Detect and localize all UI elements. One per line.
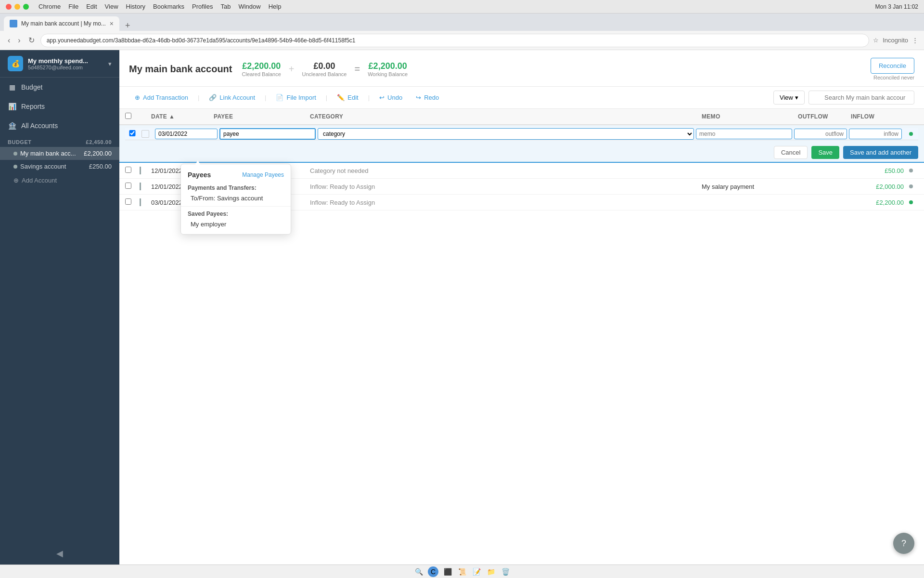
refresh-button[interactable]: ↻ (26, 34, 37, 47)
header-memo[interactable]: MEMO (702, 113, 798, 120)
payees-item-savings-transfer[interactable]: To/From: Savings account (181, 192, 291, 204)
row2-checkbox[interactable] (125, 183, 131, 189)
file-import-button[interactable]: 📄 File Import (270, 91, 321, 104)
new-tab-button[interactable]: + (123, 21, 132, 31)
sidebar-brand[interactable]: 💰 My monthly spend... 5d485270@uifeed.co… (0, 50, 119, 78)
dock-finder-icon[interactable]: 🔍 (413, 566, 424, 577)
outflow-input[interactable] (794, 129, 847, 139)
toolbar-sep-2: | (265, 94, 266, 101)
table-header: DATE ▲ PAYEE CATEGORY MEMO OUTFLOW INFLO… (119, 109, 924, 125)
menu-history[interactable]: History (126, 3, 145, 10)
add-account-button[interactable]: ⊕ Add Account (0, 173, 119, 188)
outflow-header-label: OUTFLOW (798, 113, 828, 120)
dock-text-icon[interactable]: 📝 (471, 566, 482, 577)
close-window-button[interactable] (6, 4, 12, 10)
bookmark-icon[interactable]: ☆ (873, 37, 879, 44)
header-inflow[interactable]: INFLOW (851, 113, 904, 120)
url-text: app.youneedabudget.com/3a8bbdae-d62a-46d… (47, 37, 356, 44)
row3-checkbox[interactable] (125, 198, 131, 205)
edit-date-cell[interactable] (155, 129, 218, 139)
forward-button[interactable]: › (16, 34, 22, 47)
cancel-button[interactable]: Cancel (774, 146, 808, 159)
address-bar[interactable]: app.youneedabudget.com/3a8bbdae-d62a-46d… (40, 34, 870, 47)
row3-status-icon[interactable] (909, 200, 913, 204)
row1-status-icon[interactable] (909, 169, 913, 172)
add-transaction-button[interactable]: ⊕ Add Transaction (129, 91, 194, 104)
sidebar-account-savings[interactable]: Savings account £250.00 (0, 160, 119, 173)
header-date[interactable]: DATE ▲ (151, 113, 214, 120)
dock-chrome-icon[interactable]: C (428, 566, 438, 577)
menu-window[interactable]: Window (238, 3, 260, 10)
help-button[interactable]: ? (893, 533, 914, 554)
manage-payees-link[interactable]: Manage Payees (242, 171, 284, 178)
sidebar-collapse-button[interactable]: ◀ (56, 548, 63, 559)
select-all-checkbox[interactable] (125, 113, 131, 119)
menu-profiles[interactable]: Profiles (192, 3, 213, 10)
dock-terminal-icon[interactable]: ⬛ (442, 566, 453, 577)
sidebar-section-budget[interactable]: BUDGET £2,450.00 (0, 135, 119, 147)
inflow-header-label: INFLOW (851, 113, 874, 120)
undo-button[interactable]: ↩ Undo (373, 91, 408, 104)
edit-row-checkbox[interactable] (125, 130, 140, 136)
edit-inflow-cell[interactable] (849, 129, 902, 139)
payees-title: Payees (188, 171, 211, 179)
header-outflow[interactable]: OUTFLOW (798, 113, 851, 120)
edit-payee-cell[interactable] (219, 128, 316, 140)
tab-favicon (10, 20, 17, 27)
payees-item-my-employer[interactable]: My employer (181, 218, 291, 230)
sidebar-item-reports[interactable]: 📊 Reports (0, 97, 119, 116)
edit-outflow-cell[interactable] (794, 129, 847, 139)
tab-close-button[interactable]: × (110, 20, 114, 27)
menu-tab[interactable]: Tab (220, 3, 231, 10)
row2-checkbox-cell[interactable] (125, 183, 140, 190)
header-checkbox-cell[interactable] (125, 113, 140, 120)
link-account-button[interactable]: 🔗 Link Account (203, 91, 261, 104)
profile-label[interactable]: Incognito (883, 37, 908, 44)
sidebar-account-main-bank[interactable]: My main bank acc... £2,200.00 (0, 147, 119, 160)
cleared-status-icon[interactable] (909, 132, 913, 136)
row2-status-icon[interactable] (909, 184, 913, 188)
more-options-icon[interactable]: ⋮ (912, 37, 918, 44)
back-button[interactable]: ‹ (6, 34, 12, 47)
row3-status[interactable] (904, 200, 918, 204)
mac-window-controls[interactable] (6, 4, 29, 10)
minimize-window-button[interactable] (14, 4, 20, 10)
sidebar-item-budget[interactable]: ▦ Budget (0, 78, 119, 97)
dock-script-icon[interactable]: 📜 (457, 566, 467, 577)
menu-view[interactable]: View (105, 3, 118, 10)
dock-folder-icon[interactable]: 📁 (486, 566, 496, 577)
save-button[interactable]: Save (811, 146, 839, 159)
dock-trash-icon[interactable]: 🗑️ (500, 566, 511, 577)
active-tab[interactable]: My main bank account | My mo... × (4, 16, 119, 31)
memo-input[interactable] (696, 129, 792, 139)
save-and-add-button[interactable]: Save and add another (843, 146, 918, 159)
menu-edit[interactable]: Edit (86, 3, 97, 10)
menu-file[interactable]: File (68, 3, 78, 10)
edit-memo-cell[interactable] (696, 129, 792, 139)
view-button[interactable]: View ▾ (773, 91, 805, 105)
menu-help[interactable]: Help (269, 3, 282, 10)
redo-button[interactable]: ↪ Redo (410, 91, 445, 104)
edit-checkbox-cell[interactable] (125, 130, 140, 138)
header-payee[interactable]: PAYEE (214, 113, 310, 120)
sidebar-item-all-accounts[interactable]: 🏦 All Accounts (0, 116, 119, 135)
edit-category-cell[interactable]: category (318, 128, 694, 140)
reconcile-button[interactable]: Reconcile (871, 58, 914, 74)
row1-checkbox-cell[interactable] (125, 167, 140, 174)
header-category[interactable]: CATEGORY (310, 113, 702, 120)
row2-status[interactable] (904, 184, 918, 188)
row3-checkbox-cell[interactable] (125, 198, 140, 206)
date-input[interactable] (155, 129, 218, 139)
category-select[interactable]: category (318, 128, 694, 140)
maximize-window-button[interactable] (23, 4, 29, 10)
edit-status-cell[interactable] (904, 132, 918, 136)
menu-chrome[interactable]: Chrome (38, 3, 61, 10)
row1-checkbox[interactable] (125, 167, 131, 173)
payee-input[interactable] (219, 128, 316, 140)
inflow-input[interactable] (849, 129, 902, 139)
row1-status[interactable] (904, 169, 918, 172)
file-import-label: File Import (286, 94, 316, 101)
search-input[interactable] (808, 91, 914, 105)
edit-button[interactable]: ✏️ Edit (331, 91, 364, 104)
menu-bookmarks[interactable]: Bookmarks (153, 3, 184, 10)
